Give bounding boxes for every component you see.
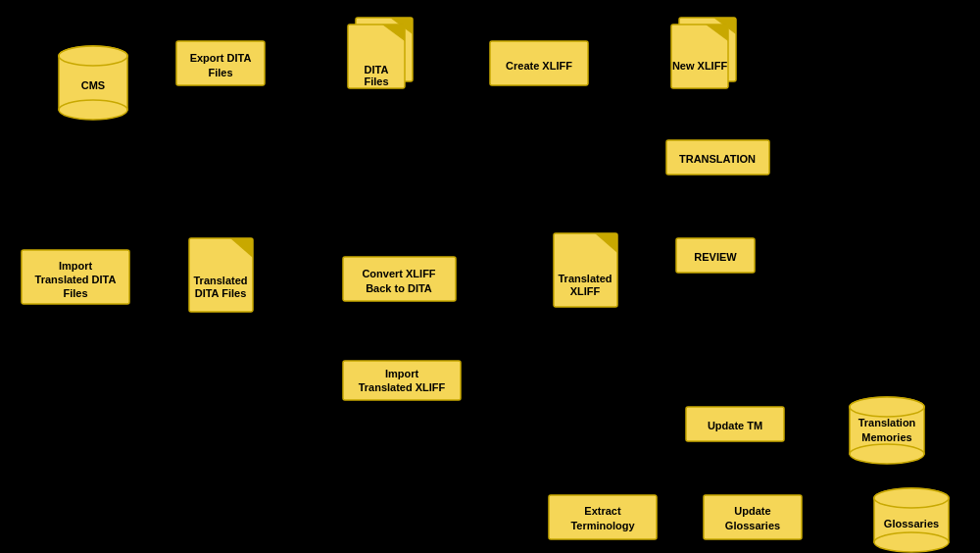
- import-dita-node: Import Translated DITA Files: [22, 250, 129, 304]
- import-translated-xliff-label2: Translated XLIFF: [359, 381, 446, 393]
- extract-terminology-label: Extract: [584, 505, 621, 517]
- dita-files-label: DITA: [365, 64, 389, 75]
- export-dita-label2: Files: [208, 67, 232, 78]
- new-xliff-label: New XLIFF: [672, 60, 728, 72]
- extract-terminology-label2: Terminology: [570, 520, 635, 531]
- translation-label: TRANSLATION: [679, 153, 756, 165]
- import-translated-xliff-node: Import Translated XLIFF: [343, 361, 461, 400]
- svg-rect-30: [704, 495, 802, 539]
- glossaries-node: Glossaries: [874, 488, 949, 552]
- new-xliff-node: New XLIFF: [671, 18, 736, 88]
- arrow-translatedxliff-importxliff: [480, 309, 588, 377]
- translation-memories-node: Translation Memories: [850, 397, 924, 464]
- update-glossaries-label2: Glossaries: [725, 520, 780, 531]
- translated-dita-label: Translated: [193, 275, 247, 286]
- dita-files-label2: Files: [364, 75, 388, 87]
- update-tm-label: Update TM: [708, 420, 762, 431]
- import-dita-label: Import: [59, 260, 93, 272]
- translation-memories-label: Translation: [858, 417, 916, 428]
- svg-point-4: [59, 46, 127, 66]
- convert-xliff-node: Convert XLIFF Back to DITA: [343, 257, 456, 301]
- dita-files-node: DITA Files: [348, 18, 413, 88]
- import-translated-xliff-label: Import: [385, 368, 419, 379]
- svg-point-34: [874, 488, 949, 508]
- workflow-diagram: CMS Export DITA Files DITA Files Create …: [0, 0, 980, 553]
- svg-rect-29: [549, 495, 657, 539]
- translated-xliff-node: Translated XLIFF: [554, 233, 617, 307]
- translated-dita-label2: DITA Files: [195, 287, 247, 299]
- convert-xliff-label: Convert XLIFF: [362, 268, 435, 279]
- arrow-translatedxliff-convert: [461, 275, 544, 279]
- export-dita-label: Export DITA: [190, 52, 252, 64]
- create-xliff-label: Create XLIFF: [506, 60, 572, 72]
- arrow-review-translation-loop: [784, 157, 804, 263]
- translated-dita-node: Translated DITA Files: [189, 238, 253, 312]
- arrow-translatedxliff-extractterm: [603, 309, 647, 513]
- translation-memories-label2: Memories: [861, 431, 911, 443]
- svg-point-28: [850, 397, 924, 417]
- extract-terminology-node: Extract Terminology: [549, 495, 657, 539]
- translated-xliff-label: Translated: [558, 273, 612, 284]
- update-glossaries-label: Update: [734, 505, 770, 517]
- glossaries-label: Glossaries: [884, 518, 939, 529]
- review-node: REVIEW: [676, 238, 755, 273]
- import-dita-label3: Files: [63, 287, 87, 299]
- import-dita-label2: Translated DITA: [35, 274, 117, 285]
- svg-point-3: [59, 100, 127, 120]
- cms-label: CMS: [81, 79, 105, 91]
- create-xliff-node: Create XLIFF: [490, 41, 588, 85]
- update-tm-node: Update TM: [686, 407, 784, 441]
- translation-node: TRANSLATION: [666, 140, 769, 175]
- update-glossaries-node: Update Glossaries: [704, 495, 802, 539]
- export-dita-node: Export DITA Files: [176, 41, 265, 85]
- svg-point-27: [850, 444, 924, 464]
- arrow-translatedxliff-updatetm: [608, 309, 686, 422]
- cms-node: CMS: [59, 46, 127, 120]
- svg-point-33: [874, 532, 949, 552]
- review-label: REVIEW: [694, 251, 737, 263]
- convert-xliff-label2: Back to DITA: [366, 282, 432, 294]
- translated-xliff-label2: XLIFF: [570, 285, 601, 297]
